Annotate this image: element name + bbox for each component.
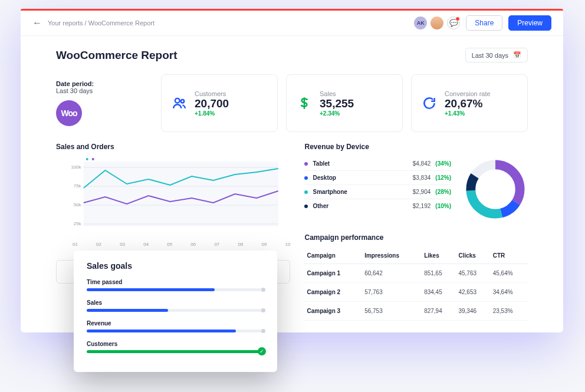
notification-icon[interactable]: 💬 <box>447 17 460 29</box>
metric-delta: +2.34% <box>320 110 354 117</box>
table-header: Likes <box>422 248 456 264</box>
user-avatars: AK 💬 <box>414 17 460 29</box>
metric-card[interactable]: Sales35,255+2.34% <box>286 74 403 132</box>
right-column: Revenue by Device Tablet$4,842 (34%)Desk… <box>304 143 528 321</box>
svg-rect-2 <box>84 162 278 226</box>
device-item: Smartphone$2,904 (28%) <box>304 185 451 199</box>
goal-label: Time passed <box>87 279 264 285</box>
breadcrumb[interactable]: Your reports / WooCommerce Report <box>48 19 408 27</box>
device-name: Desktop <box>313 174 407 181</box>
page-header: WooCommerce Report Last 30 days 📅 <box>21 36 563 68</box>
metric-card[interactable]: Conversion rate20,67%+1.43% <box>411 74 528 132</box>
device-item: Tablet$4,842 (34%) <box>304 157 451 171</box>
date-period-card: Date period: Last 30 days Woo <box>56 74 153 132</box>
sales-goals-popup[interactable]: Sales goals Time passedSalesRevenueCusto… <box>74 251 277 372</box>
date-range-picker[interactable]: Last 30 days 📅 <box>465 48 528 62</box>
users-icon <box>171 95 188 111</box>
topbar: ← Your reports / WooCommerce Report AK 💬… <box>21 11 563 36</box>
device-value: $2,192 <box>413 203 431 209</box>
metric-value: 20,67% <box>445 97 491 110</box>
metric-label: Conversion rate <box>445 90 491 97</box>
table-row[interactable]: Campaign 160,642851,6545,76345,64% <box>304 264 528 283</box>
goal-label: Sales <box>87 299 264 306</box>
table-header: Clicks <box>456 248 490 264</box>
device-pct: (12%) <box>435 174 451 181</box>
table-row[interactable]: Campaign 356,753827,9439,34623,53% <box>304 302 528 321</box>
woo-badge-icon: Woo <box>56 100 82 126</box>
device-name: Smartphone <box>313 189 407 195</box>
legend-dot-icon <box>304 205 308 208</box>
sales-chart-title: Sales and Orders <box>56 143 290 151</box>
goal-label: Customers <box>87 341 264 347</box>
legend-dot-icon <box>304 176 308 180</box>
svg-text:75k: 75k <box>74 183 82 189</box>
goal-item: Time passed <box>87 279 264 291</box>
table-header: Impressions <box>362 248 422 264</box>
campaign-table: CampaignImpressionsLikesClicksCTR Campai… <box>304 248 528 321</box>
device-value: $2,904 <box>413 189 431 195</box>
refresh-icon <box>421 95 438 111</box>
device-value: $4,842 <box>413 160 431 167</box>
goal-end-dot-icon <box>261 288 265 292</box>
metric-value: 35,255 <box>320 97 354 110</box>
svg-text:25k: 25k <box>74 221 82 226</box>
preview-button[interactable]: Preview <box>508 15 551 31</box>
check-icon: ✓ <box>258 347 266 355</box>
page-title: WooCommerce Report <box>56 49 465 62</box>
revenue-by-device: Tablet$4,842 (34%)Desktop$3,834 (12%)Sma… <box>304 157 528 222</box>
device-name: Tablet <box>313 160 407 167</box>
devices-title: Revenue by Device <box>304 143 528 151</box>
device-item: Other$2,192 (10%) <box>304 199 451 213</box>
svg-point-11 <box>86 158 88 160</box>
line-chart-svg: 100k75k50k25k <box>56 157 290 239</box>
sales-orders-chart: 100k75k50k25k 01020304050607080910 <box>56 157 290 252</box>
svg-point-12 <box>92 158 94 160</box>
device-name: Other <box>313 203 407 209</box>
table-header: Campaign <box>304 248 362 264</box>
device-item: Desktop$3,834 (12%) <box>304 171 451 185</box>
back-arrow-icon[interactable]: ← <box>32 18 42 28</box>
legend-dot-icon <box>304 162 308 166</box>
goal-item: Customers✓ <box>87 341 264 353</box>
share-button[interactable]: Share <box>466 15 502 31</box>
metric-value: 20,700 <box>195 97 229 110</box>
donut-chart <box>463 157 528 222</box>
metric-delta: +1.84% <box>195 110 229 117</box>
date-range-label: Last 30 days <box>472 52 508 59</box>
svg-point-1 <box>181 100 184 103</box>
dollar-icon <box>296 95 313 111</box>
breadcrumb-page: WooCommerce Report <box>88 19 155 27</box>
metric-label: Sales <box>320 90 354 97</box>
svg-point-0 <box>175 98 180 103</box>
x-axis-ticks: 01020304050607080910 <box>56 239 290 247</box>
progress-bar: ✓ <box>87 350 264 353</box>
metric-label: Customers <box>195 90 229 97</box>
calendar-icon: 📅 <box>513 51 521 59</box>
device-value: $3,834 <box>413 174 431 181</box>
device-pct: (28%) <box>435 189 451 195</box>
progress-bar <box>87 330 264 332</box>
goal-item: Sales <box>87 299 264 312</box>
metric-delta: +1.43% <box>445 110 491 117</box>
device-pct: (34%) <box>435 160 451 167</box>
goal-end-dot-icon <box>261 329 265 333</box>
goal-item: Revenue <box>87 320 264 332</box>
table-header: CTR <box>491 248 528 264</box>
metrics-row: Date period: Last 30 days Woo Customers2… <box>21 68 563 138</box>
svg-text:100k: 100k <box>71 164 81 170</box>
avatar[interactable]: AK <box>414 17 427 29</box>
date-period-value: Last 30 days <box>56 87 153 94</box>
avatar[interactable] <box>430 17 443 29</box>
legend-dot-icon <box>304 190 308 194</box>
breadcrumb-root: Your reports <box>48 19 83 27</box>
progress-bar <box>87 288 264 291</box>
goals-title: Sales goals <box>87 261 264 271</box>
table-row[interactable]: Campaign 257,763834,4542,65334,64% <box>304 283 528 302</box>
goal-label: Revenue <box>87 320 264 327</box>
metric-card[interactable]: Customers20,700+1.84% <box>161 74 278 132</box>
date-period-label: Date period: <box>56 80 153 87</box>
campaigns-title: Campaign performance <box>304 233 528 242</box>
device-pct: (10%) <box>435 203 451 209</box>
progress-bar <box>87 309 264 312</box>
goal-end-dot-icon <box>261 308 265 312</box>
